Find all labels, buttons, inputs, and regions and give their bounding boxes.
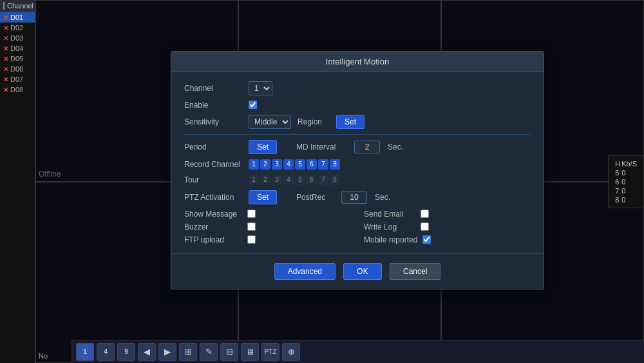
write-log-cell: Write Log: [364, 222, 531, 231]
x-icon-d07: ✕: [3, 76, 8, 83]
sidebar-item-d08[interactable]: ✕ D08: [0, 84, 35, 95]
sidebar-item-d04[interactable]: ✕ D04: [0, 43, 35, 54]
advanced-button[interactable]: Advanced: [274, 263, 336, 280]
sensitivity-select[interactable]: Low Middle High: [249, 115, 291, 129]
toolbar-btn-ptz[interactable]: PTZ: [261, 343, 279, 361]
record-channel-label: Record Channel: [184, 160, 242, 169]
toolbar-btn-view[interactable]: ⊞: [179, 343, 197, 361]
toolbar-btn-next[interactable]: ▶: [158, 343, 176, 361]
postrec-unit: Sec.: [375, 193, 390, 202]
rec-ch-7[interactable]: 7: [318, 159, 328, 170]
toolbar-btn-add[interactable]: ⊕: [282, 343, 300, 361]
tour-ch-6[interactable]: 6: [307, 175, 317, 185]
tour-ch-3[interactable]: 3: [272, 175, 282, 185]
toolbar-btn-grid[interactable]: ⊟: [220, 343, 238, 361]
enable-checkbox[interactable]: [249, 101, 257, 109]
tour-row: Tour 1 2 3 4 5 6 7 8: [184, 175, 531, 185]
channel-label-d04: D04: [10, 44, 23, 52]
mobile-label: Mobile reported: [364, 235, 417, 244]
ftp-checkbox[interactable]: [247, 235, 256, 244]
rec-ch-2[interactable]: 2: [260, 159, 270, 170]
channel-label-d05: D05: [10, 55, 23, 63]
cancel-button[interactable]: Cancel: [390, 263, 440, 280]
toolbar-btn-4[interactable]: 4: [97, 343, 115, 361]
toolbar-btn-monitor[interactable]: 🖥: [241, 343, 259, 361]
region-label: Region: [298, 117, 330, 126]
ptz-set-button[interactable]: Set: [249, 190, 277, 204]
tour-ch-5[interactable]: 5: [295, 175, 305, 185]
cell1-label: Offline: [39, 170, 61, 179]
checkbox-grid: Show Message Send Email Buzzer Writ: [184, 210, 531, 244]
sidebar-title: Channel: [7, 2, 33, 10]
rec-ch-3[interactable]: 3: [272, 159, 282, 170]
send-email-checkbox[interactable]: [421, 210, 429, 218]
tour-ch-1[interactable]: 1: [249, 175, 259, 185]
write-log-checkbox[interactable]: [421, 222, 429, 231]
toolbar-btn-edit[interactable]: ✎: [200, 343, 218, 361]
x-icon-d04: ✕: [3, 45, 8, 52]
sidebar-item-d01[interactable]: ✕ D01: [0, 12, 35, 23]
sidebar-item-d06[interactable]: ✕ D06: [0, 64, 35, 74]
sidebar-item-d02[interactable]: ✕ D02: [0, 23, 35, 33]
channel-label: Channel: [184, 84, 242, 93]
buzzer-checkbox[interactable]: [247, 222, 256, 231]
rec-ch-8[interactable]: 8: [330, 159, 340, 170]
tour-label: Tour: [184, 175, 242, 184]
sidebar-item-d05[interactable]: ✕ D05: [0, 54, 35, 64]
x-icon-d06: ✕: [3, 66, 8, 73]
sensitivity-label: Sensitivity: [184, 117, 242, 126]
tour-ch-4[interactable]: 4: [283, 175, 294, 185]
rec-ch-6[interactable]: 6: [307, 159, 317, 170]
channel-row: Channel 1: [184, 81, 531, 95]
ftp-cell: FTP upload: [184, 235, 351, 244]
channel-label-d02: D02: [10, 24, 23, 32]
ok-button[interactable]: OK: [343, 263, 382, 280]
rec-ch-1[interactable]: 1: [249, 159, 259, 170]
rec-ch-5[interactable]: 5: [295, 159, 305, 170]
dialog-title: Intelligent Motion: [171, 52, 544, 72]
channel-label-d01: D01: [10, 14, 23, 21]
toolbar-btn-9[interactable]: 9: [117, 343, 135, 361]
period-set-button[interactable]: Set: [249, 140, 277, 154]
md-interval-input[interactable]: [354, 141, 380, 153]
dialog-body: Channel 1 Enable Sensitivity: [171, 72, 544, 253]
md-interval-label: MD Interval: [296, 142, 348, 152]
period-row: Period Set MD Interval Sec.: [184, 140, 531, 154]
sidebar-header: Channel: [0, 0, 35, 12]
enable-label: Enable: [184, 101, 242, 110]
ptz-row: PTZ Activation Set PostRec Sec.: [184, 190, 531, 204]
send-email-label: Send Email: [364, 210, 415, 219]
tour-channel-numbers: 1 2 3 4 5 6 7 8: [249, 175, 340, 185]
channel-label-d06: D06: [10, 65, 23, 73]
cell4-label: No: [39, 352, 48, 360]
buzzer-label: Buzzer: [184, 222, 242, 231]
sidebar-checkbox[interactable]: [3, 2, 5, 10]
region-set-button[interactable]: Set: [336, 115, 365, 129]
sidebar-item-d07[interactable]: ✕ D07: [0, 74, 35, 84]
x-icon-d05: ✕: [3, 55, 8, 63]
tour-ch-8[interactable]: 8: [330, 175, 340, 185]
mobile-cell: Mobile reported: [364, 235, 531, 244]
channel-select[interactable]: 1: [249, 81, 272, 95]
toolbar-btn-1[interactable]: 1: [76, 343, 94, 361]
tour-ch-2[interactable]: 2: [260, 175, 270, 185]
x-icon-d03: ✕: [3, 35, 8, 42]
intelligent-motion-dialog: Intelligent Motion Channel 1 Enable: [171, 51, 544, 289]
md-interval-unit: Sec.: [388, 142, 403, 152]
mobile-checkbox[interactable]: [422, 235, 431, 244]
x-icon-d01: ✕: [3, 14, 8, 21]
ptz-label: PTZ Activation: [184, 193, 242, 202]
toolbar-btn-prev[interactable]: ◀: [138, 343, 156, 361]
sidebar-item-d03[interactable]: ✕ D03: [0, 33, 35, 43]
channel-sidebar: Channel ✕ D01 ✕ D02 ✕ D03 ✕ D04 ✕ D05 ✕ …: [0, 0, 35, 363]
x-icon-d08: ✕: [3, 86, 8, 93]
divider-1: [184, 134, 531, 135]
ftp-label: FTP upload: [184, 235, 242, 244]
tour-ch-7[interactable]: 7: [318, 175, 328, 185]
postrec-input[interactable]: [341, 191, 367, 204]
bottom-toolbar: 1 4 9 ◀ ▶ ⊞ ✎ ⊟ 🖥 PTZ ⊕: [71, 340, 644, 363]
show-message-label: Show Message: [184, 210, 242, 219]
enable-row: Enable: [184, 101, 531, 110]
show-message-checkbox[interactable]: [247, 210, 256, 218]
rec-ch-4[interactable]: 4: [283, 159, 294, 170]
